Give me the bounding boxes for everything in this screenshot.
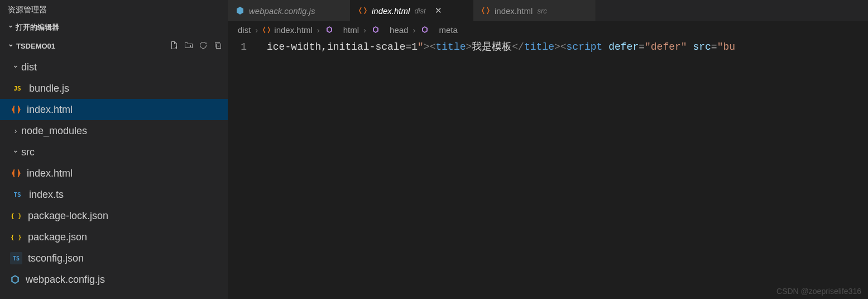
file-name: webpack.config.js [26, 274, 105, 286]
file-row[interactable]: index.html [0, 163, 228, 184]
tab-file-icon [358, 6, 367, 15]
symbol-icon [420, 25, 430, 35]
file-row[interactable]: { }package.json [0, 226, 228, 248]
code-token: < [430, 41, 436, 53]
html-icon [262, 26, 271, 34]
folder-name: src [21, 146, 35, 158]
breadcrumb-label: html [343, 25, 359, 35]
breadcrumb-separator: › [411, 25, 416, 35]
breadcrumb-separator: › [254, 25, 259, 35]
folder-name: dist [21, 61, 37, 73]
tab-label: index.html [372, 6, 410, 16]
code-token: "bu [717, 41, 735, 53]
open-editors-header[interactable]: 打开的编辑器 [0, 20, 228, 35]
js-icon: JS [11, 82, 23, 94]
code-token: > [466, 41, 472, 53]
new-file-icon[interactable] [170, 41, 179, 51]
code-token: "defer" [645, 41, 687, 53]
breadcrumb-separator: › [362, 25, 367, 35]
breadcrumb-label: index.html [274, 25, 312, 35]
file-row[interactable]: TSindex.ts [0, 184, 228, 205]
chevron-down-icon [10, 63, 21, 72]
refresh-icon[interactable] [199, 41, 208, 51]
gutter: 1 [228, 38, 267, 299]
tab-label: webpack.config.js [249, 6, 315, 16]
ts-icon: TS [11, 188, 23, 201]
chevron-down-icon [10, 148, 21, 156]
tabs-bar: webpack.config.jsindex.htmldist✕index.ht… [228, 0, 868, 21]
breadcrumb-item[interactable]: html [324, 25, 359, 35]
breadcrumb-separator: › [316, 25, 321, 35]
code-token: </ [512, 41, 524, 53]
breadcrumb-item[interactable]: head [371, 25, 408, 35]
code-token: = [639, 41, 645, 53]
code-token: title [435, 41, 466, 53]
code-line[interactable]: ice-width,initial-scale=1"><title>我是模板</… [267, 38, 735, 299]
file-row[interactable]: TStsconfig.json [0, 248, 228, 269]
folder-name: node_modules [21, 125, 87, 137]
html-icon [11, 105, 21, 115]
tab-file-icon [236, 6, 244, 15]
code-token: title [524, 41, 554, 53]
open-editors-label: 打开的编辑器 [16, 22, 59, 32]
new-folder-icon[interactable] [184, 41, 193, 51]
webpack-icon [10, 274, 20, 284]
symbol-icon [371, 25, 381, 35]
project-header[interactable]: TSDEMO01 [0, 35, 228, 56]
code-token [602, 41, 608, 53]
json-icon: { } [10, 210, 22, 222]
close-icon[interactable]: ✕ [435, 6, 442, 16]
code-token: script [567, 41, 603, 53]
code-token: 我是模板 [472, 41, 512, 53]
tab-label: index.html [495, 6, 533, 16]
file-name: package.json [28, 231, 87, 243]
folder-row[interactable]: src [0, 141, 228, 163]
tab-file-icon [481, 6, 490, 15]
breadcrumb-item[interactable]: index.html [262, 25, 312, 35]
breadcrumb-label: meta [439, 25, 457, 35]
collapse-all-icon[interactable] [213, 41, 222, 51]
code-token [687, 41, 693, 53]
symbol-icon [324, 25, 334, 35]
file-name: index.html [27, 104, 73, 116]
file-name: bundle.js [29, 83, 69, 94]
editor-main: webpack.config.jsindex.htmldist✕index.ht… [228, 0, 868, 299]
file-tree: distJSbundle.jsindex.htmlnode_modulessrc… [0, 56, 228, 299]
watermark: CSDN @zoepriselife316 [776, 287, 861, 296]
file-row[interactable]: JSbundle.js [0, 78, 228, 99]
html-icon [11, 168, 21, 178]
folder-row[interactable]: node_modules [0, 120, 228, 141]
code-token: > [424, 41, 430, 53]
file-name: index.html [27, 168, 73, 179]
code-token: > [554, 41, 560, 53]
json-icon: { } [10, 231, 22, 243]
project-name: TSDEMO01 [16, 42, 55, 50]
breadcrumb-item[interactable]: meta [420, 25, 457, 35]
chevron-right-icon [10, 126, 21, 135]
code-token: " [418, 41, 424, 53]
file-row[interactable]: { }package-lock.json [0, 205, 228, 226]
explorer-sidebar: 资源管理器 打开的编辑器 TSDEMO01 distJSbundle.jsind… [0, 0, 228, 299]
code-token: src [693, 41, 711, 53]
breadcrumb-item[interactable]: dist [238, 25, 251, 35]
breadcrumb-label: dist [238, 25, 251, 35]
folder-row[interactable]: dist [0, 56, 228, 78]
file-row[interactable]: webpack.config.js [0, 269, 228, 290]
chevron-down-icon [8, 23, 13, 31]
line-number: 1 [241, 41, 247, 53]
editor-tab[interactable]: index.htmldist✕ [351, 0, 473, 21]
code-token: ice-width,initial-scale=1 [267, 41, 418, 53]
editor-area[interactable]: 1 ice-width,initial-scale=1"><title>我是模板… [228, 38, 868, 299]
editor-tab[interactable]: webpack.config.js [228, 0, 351, 21]
breadcrumb-label: head [390, 25, 408, 35]
code-token: = [711, 41, 717, 53]
tab-dir: src [537, 7, 546, 15]
file-row[interactable]: index.html [0, 99, 228, 120]
file-name: tsconfig.json [28, 253, 84, 264]
tab-dir: dist [414, 7, 425, 15]
breadcrumbs[interactable]: dist›index.html›html›head›meta [228, 21, 868, 38]
chevron-down-icon [8, 42, 14, 50]
file-name: index.ts [29, 189, 64, 201]
tsconfig-icon: TS [10, 252, 22, 264]
editor-tab[interactable]: index.htmlsrc [473, 0, 596, 21]
